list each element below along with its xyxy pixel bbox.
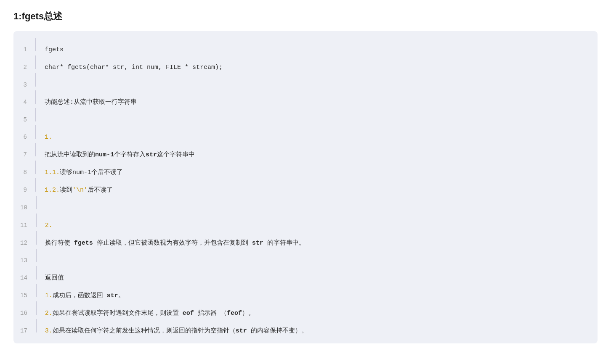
code-line: 151.成功后，函数返回 str。	[13, 284, 598, 301]
line-number: 13	[20, 256, 36, 266]
line-content: 1.成功后，函数返回 str。	[45, 290, 125, 301]
line-content: 2.如果在尝试读取字符时遇到文件末尾，则设置 eof 指示器 （feof）。	[45, 308, 255, 319]
line-number: 7	[20, 150, 35, 160]
line-content: char* fgets(char* str, int num, FILE * s…	[45, 62, 223, 73]
line-content: 2.	[45, 220, 53, 231]
line-separator	[35, 161, 36, 174]
page-title: 1:fgets总述	[13, 10, 598, 23]
code-line: 12换行符使 fgets 停止读取，但它被函数视为有效字符，并包含在复制到 st…	[13, 231, 598, 249]
line-number: 4	[20, 97, 35, 108]
line-separator	[35, 73, 36, 87]
line-number: 16	[20, 308, 36, 319]
line-content: 换行符使 fgets 停止读取，但它被函数视为有效字符，并包含在复制到 str …	[45, 237, 305, 249]
line-separator	[36, 301, 37, 315]
code-line: 162.如果在尝试读取字符时遇到文件末尾，则设置 eof 指示器 （feof）。	[13, 301, 598, 319]
line-content: 1.1.读够num-1个后不读了	[45, 167, 123, 178]
line-separator	[36, 266, 37, 280]
line-separator	[36, 249, 37, 262]
line-content: 功能总述:从流中获取一行字符串	[45, 97, 137, 108]
code-line: 3	[13, 73, 598, 90]
line-number: 9	[20, 185, 35, 195]
line-content: 返回值	[45, 272, 64, 284]
line-separator	[36, 196, 37, 209]
line-number: 6	[20, 132, 35, 142]
line-number: 17	[20, 326, 36, 336]
code-line: 10	[13, 196, 598, 213]
line-number: 2	[20, 62, 35, 73]
code-line: 4功能总述:从流中获取一行字符串	[13, 90, 598, 108]
line-number: 8	[20, 167, 35, 178]
line-number: 12	[20, 238, 36, 248]
code-line: 61.	[13, 125, 598, 143]
code-line: 173.如果在读取任何字符之前发生这种情况，则返回的指针为空指针（str 的内容…	[13, 319, 598, 337]
code-line: 91.2.读到'\n'后不读了	[13, 178, 598, 196]
line-number: 10	[20, 203, 36, 213]
line-separator	[35, 108, 36, 121]
line-content: fgets	[45, 44, 64, 55]
code-block: 1fgets2char* fgets(char* str, int num, F…	[13, 31, 598, 343]
line-number: 11	[20, 220, 36, 231]
line-separator	[35, 178, 36, 192]
line-separator	[35, 125, 36, 139]
line-separator	[36, 284, 37, 297]
code-line: 13	[13, 249, 598, 266]
line-separator	[35, 143, 36, 156]
line-content: 1.	[45, 132, 52, 143]
code-line: 1fgets	[13, 38, 598, 55]
line-content: 1.2.读到'\n'后不读了	[45, 185, 113, 196]
code-line: 5	[13, 108, 598, 125]
line-separator	[36, 231, 37, 245]
line-content: 3.如果在读取任何字符之前发生这种情况，则返回的指针为空指针（str 的内容保持…	[45, 325, 308, 337]
line-separator	[35, 90, 36, 104]
line-number: 3	[20, 80, 35, 90]
line-number: 5	[20, 115, 35, 125]
code-line: 81.1.读够num-1个后不读了	[13, 161, 598, 178]
code-line: 7把从流中读取到的num-1个字符存入str这个字符串中	[13, 143, 598, 161]
line-content: 把从流中读取到的num-1个字符存入str这个字符串中	[45, 149, 195, 161]
code-line: 14返回值	[13, 266, 598, 284]
line-number: 14	[20, 273, 36, 283]
line-separator	[35, 38, 36, 51]
code-line: 2char* fgets(char* str, int num, FILE * …	[13, 55, 598, 73]
line-separator	[36, 214, 37, 227]
line-separator	[35, 55, 36, 69]
line-number: 15	[20, 290, 36, 301]
code-line: 112.	[13, 214, 598, 231]
line-separator	[36, 319, 37, 332]
line-number: 1	[20, 45, 35, 55]
